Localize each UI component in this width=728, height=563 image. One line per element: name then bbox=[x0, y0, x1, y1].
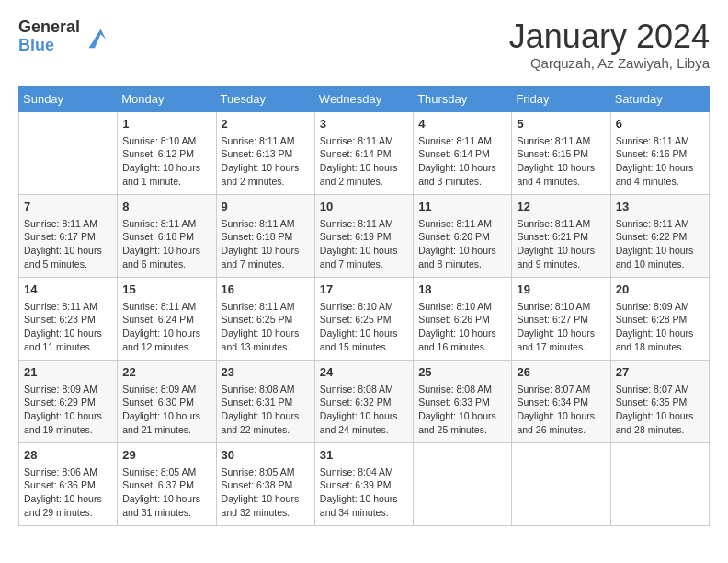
day-number: 9 bbox=[222, 199, 310, 215]
day-info-line: Sunset: 6:15 PM bbox=[517, 147, 605, 161]
day-info-line: Sunset: 6:22 PM bbox=[616, 230, 704, 244]
day-info-line: and 21 minutes. bbox=[122, 423, 210, 437]
day-info-line: Daylight: 10 hours bbox=[616, 161, 704, 175]
day-info-line: Sunset: 6:24 PM bbox=[122, 313, 210, 327]
calendar-day-cell: 19Sunrise: 8:10 AMSunset: 6:27 PMDayligh… bbox=[512, 277, 610, 360]
calendar-day-cell: 6Sunrise: 8:11 AMSunset: 6:16 PMDaylight… bbox=[610, 111, 709, 194]
logo-icon bbox=[82, 24, 108, 50]
calendar-header: SundayMondayTuesdayWednesdayThursdayFrid… bbox=[19, 86, 710, 111]
title-block: January 2024 Qarquzah, Az Zawiyah, Libya bbox=[509, 18, 710, 71]
day-number: 14 bbox=[24, 282, 112, 298]
calendar-day-cell bbox=[512, 442, 610, 525]
calendar-day-cell: 25Sunrise: 8:08 AMSunset: 6:33 PMDayligh… bbox=[414, 360, 512, 442]
logo: General Blue bbox=[18, 18, 108, 55]
day-info-line: and 17 minutes. bbox=[517, 340, 605, 354]
day-info-line: Daylight: 10 hours bbox=[122, 492, 210, 506]
day-info-line: Sunset: 6:37 PM bbox=[122, 478, 210, 492]
main-title: January 2024 bbox=[509, 18, 710, 55]
day-info-line: Daylight: 10 hours bbox=[222, 409, 310, 423]
calendar-day-cell: 30Sunrise: 8:05 AMSunset: 6:38 PMDayligh… bbox=[216, 442, 314, 525]
day-number: 8 bbox=[122, 199, 210, 215]
day-info-line: Sunrise: 8:11 AM bbox=[616, 217, 704, 231]
day-info-line: Daylight: 10 hours bbox=[24, 409, 112, 423]
day-info-line: and 12 minutes. bbox=[122, 340, 210, 354]
calendar-day-cell: 26Sunrise: 8:07 AMSunset: 6:34 PMDayligh… bbox=[512, 360, 610, 442]
day-info-line: Sunrise: 8:10 AM bbox=[320, 300, 408, 314]
day-number: 17 bbox=[320, 282, 408, 298]
day-info-line: and 15 minutes. bbox=[320, 340, 408, 354]
day-info-line: Sunset: 6:18 PM bbox=[122, 230, 210, 244]
calendar-day-cell: 20Sunrise: 8:09 AMSunset: 6:28 PMDayligh… bbox=[610, 277, 709, 360]
day-info-line: and 32 minutes. bbox=[222, 506, 310, 520]
day-number: 22 bbox=[122, 364, 210, 381]
day-info-line: Daylight: 10 hours bbox=[616, 244, 704, 258]
day-info-line: Sunset: 6:25 PM bbox=[222, 313, 310, 327]
day-info-line: Sunrise: 8:07 AM bbox=[616, 383, 704, 396]
day-info-line: and 4 minutes. bbox=[616, 175, 704, 189]
calendar-header-cell: Tuesday bbox=[216, 86, 314, 111]
day-info-line: Daylight: 10 hours bbox=[320, 327, 408, 340]
calendar-day-cell: 3Sunrise: 8:11 AMSunset: 6:14 PMDaylight… bbox=[314, 111, 413, 194]
day-info-line: and 4 minutes. bbox=[517, 175, 605, 189]
day-info-line: and 7 minutes. bbox=[320, 258, 408, 271]
day-info-line: Sunrise: 8:11 AM bbox=[122, 217, 210, 231]
calendar-day-cell: 28Sunrise: 8:06 AMSunset: 6:36 PMDayligh… bbox=[19, 442, 118, 525]
calendar-day-cell: 12Sunrise: 8:11 AMSunset: 6:21 PMDayligh… bbox=[512, 194, 610, 277]
day-info-line: Sunset: 6:32 PM bbox=[320, 396, 408, 409]
calendar-day-cell: 2Sunrise: 8:11 AMSunset: 6:13 PMDaylight… bbox=[216, 111, 314, 194]
day-info-line: and 3 minutes. bbox=[418, 175, 506, 189]
day-info-line: and 8 minutes. bbox=[418, 258, 506, 271]
day-info-line: and 34 minutes. bbox=[320, 506, 408, 520]
day-info-line: Daylight: 10 hours bbox=[122, 161, 210, 175]
calendar-header-cell: Sunday bbox=[19, 86, 118, 111]
day-number: 25 bbox=[418, 364, 506, 381]
calendar-week-row: 21Sunrise: 8:09 AMSunset: 6:29 PMDayligh… bbox=[19, 360, 710, 442]
day-number: 24 bbox=[320, 364, 408, 381]
day-number: 27 bbox=[616, 364, 704, 381]
day-info-line: Sunrise: 8:11 AM bbox=[418, 134, 506, 148]
day-info-line: Sunset: 6:21 PM bbox=[517, 230, 605, 244]
calendar-day-cell: 13Sunrise: 8:11 AMSunset: 6:22 PMDayligh… bbox=[610, 194, 709, 277]
calendar-day-cell: 11Sunrise: 8:11 AMSunset: 6:20 PMDayligh… bbox=[414, 194, 512, 277]
day-info-line: and 29 minutes. bbox=[24, 506, 112, 520]
day-info-line: Sunset: 6:14 PM bbox=[418, 147, 506, 161]
day-info-line: Sunrise: 8:09 AM bbox=[24, 383, 112, 396]
day-info-line: Sunrise: 8:08 AM bbox=[222, 383, 310, 396]
day-info-line: Sunset: 6:13 PM bbox=[222, 147, 310, 161]
day-number: 16 bbox=[222, 282, 310, 298]
calendar-week-row: 7Sunrise: 8:11 AMSunset: 6:17 PMDaylight… bbox=[19, 194, 710, 277]
page-header: General Blue January 2024 Qarquzah, Az Z… bbox=[18, 18, 710, 71]
day-number: 11 bbox=[418, 199, 506, 215]
calendar-day-cell: 4Sunrise: 8:11 AMSunset: 6:14 PMDaylight… bbox=[414, 111, 512, 194]
day-info-line: and 18 minutes. bbox=[616, 340, 704, 354]
calendar-day-cell: 29Sunrise: 8:05 AMSunset: 6:37 PMDayligh… bbox=[118, 442, 216, 525]
day-info-line: Sunrise: 8:08 AM bbox=[320, 383, 408, 396]
day-info-line: Sunrise: 8:10 AM bbox=[517, 300, 605, 314]
calendar-day-cell: 7Sunrise: 8:11 AMSunset: 6:17 PMDaylight… bbox=[19, 194, 118, 277]
day-info-line: Daylight: 10 hours bbox=[320, 161, 408, 175]
day-number: 5 bbox=[517, 116, 605, 132]
day-info-line: Sunrise: 8:09 AM bbox=[122, 383, 210, 396]
day-info-line: and 5 minutes. bbox=[24, 258, 112, 271]
day-number: 26 bbox=[517, 364, 605, 381]
day-info-line: Sunrise: 8:11 AM bbox=[517, 134, 605, 148]
day-info-line: Sunset: 6:16 PM bbox=[616, 147, 704, 161]
svg-marker-0 bbox=[89, 29, 107, 48]
calendar-day-cell: 27Sunrise: 8:07 AMSunset: 6:35 PMDayligh… bbox=[610, 360, 709, 442]
logo-general: General bbox=[18, 18, 80, 37]
day-info-line: Daylight: 10 hours bbox=[24, 492, 112, 506]
calendar-day-cell bbox=[610, 442, 709, 525]
calendar-week-row: 14Sunrise: 8:11 AMSunset: 6:23 PMDayligh… bbox=[19, 277, 710, 360]
day-info-line: Daylight: 10 hours bbox=[222, 244, 310, 258]
day-info-line: Sunrise: 8:05 AM bbox=[222, 465, 310, 479]
day-number: 10 bbox=[320, 199, 408, 215]
day-info-line: Sunset: 6:23 PM bbox=[24, 313, 112, 327]
day-info-line: Daylight: 10 hours bbox=[24, 327, 112, 340]
day-info-line: Sunrise: 8:06 AM bbox=[24, 465, 112, 479]
day-info-line: Sunrise: 8:10 AM bbox=[122, 134, 210, 148]
day-info-line: Sunset: 6:29 PM bbox=[24, 396, 112, 409]
calendar-week-row: 28Sunrise: 8:06 AMSunset: 6:36 PMDayligh… bbox=[19, 442, 710, 525]
day-info-line: Sunset: 6:26 PM bbox=[418, 313, 506, 327]
calendar-day-cell: 8Sunrise: 8:11 AMSunset: 6:18 PMDaylight… bbox=[118, 194, 216, 277]
day-number: 30 bbox=[222, 447, 310, 464]
